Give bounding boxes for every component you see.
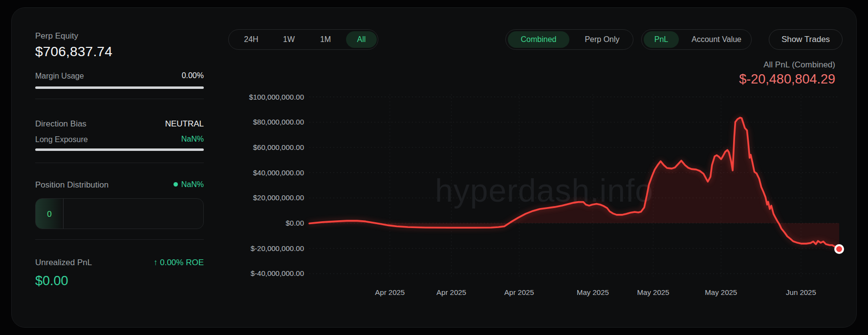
- position-distribution-label: Position Distribution: [35, 180, 108, 190]
- time-range-segment: 24H 1W 1M All: [228, 29, 378, 50]
- margin-usage-bar: [35, 86, 204, 89]
- mode-combined[interactable]: Combined: [508, 31, 569, 48]
- long-exposure-label: Long Exposure: [35, 135, 88, 144]
- margin-usage-value: 0.00%: [106, 71, 204, 80]
- divider: [35, 239, 204, 240]
- dashboard-card: Perp Equity $706,837.74 Margin Usage 0.0…: [11, 7, 857, 328]
- position-segment: 0: [36, 199, 64, 229]
- chart-pnl-value: $-20,480,804.29: [640, 72, 835, 87]
- view-pnl[interactable]: PnL: [644, 31, 679, 48]
- long-exposure-value: NaN%: [106, 135, 204, 144]
- time-range-24h[interactable]: 24H: [237, 35, 266, 44]
- status-dot-icon: [174, 182, 178, 187]
- unrealized-roe: ↑ 0.00% ROE: [106, 258, 204, 268]
- up-arrow-icon: ↑: [153, 258, 158, 267]
- unrealized-pnl-value: $0.00: [35, 273, 68, 289]
- divider: [35, 99, 204, 99]
- unrealized-pnl-label: Unrealized PnL: [35, 258, 92, 268]
- perp-equity-label: Perp Equity: [35, 31, 78, 41]
- time-range-1m[interactable]: 1M: [312, 35, 339, 44]
- long-exposure-bar: [35, 148, 204, 151]
- direction-bias-label: Direction Bias: [35, 119, 87, 129]
- position-distribution-value: NaN%: [106, 180, 204, 189]
- perp-equity-value: $706,837.74: [35, 44, 112, 60]
- divider: [35, 163, 204, 163]
- margin-usage-label: Margin Usage: [35, 72, 84, 81]
- view-account-value[interactable]: Account Value: [684, 35, 749, 44]
- direction-bias-value: NEUTRAL: [106, 119, 204, 129]
- view-segment: PnL Account Value: [641, 29, 752, 50]
- time-range-all[interactable]: All: [346, 31, 377, 48]
- chart-title: All PnL (Combined): [689, 60, 835, 70]
- mode-segment: Combined Perp Only: [505, 29, 633, 50]
- position-distribution-box[interactable]: 0: [35, 198, 204, 229]
- show-trades-button[interactable]: Show Trades: [769, 29, 843, 50]
- mode-perp-only[interactable]: Perp Only: [574, 35, 630, 44]
- time-range-1w[interactable]: 1W: [275, 35, 303, 44]
- position-segment-value: 0: [47, 209, 51, 219]
